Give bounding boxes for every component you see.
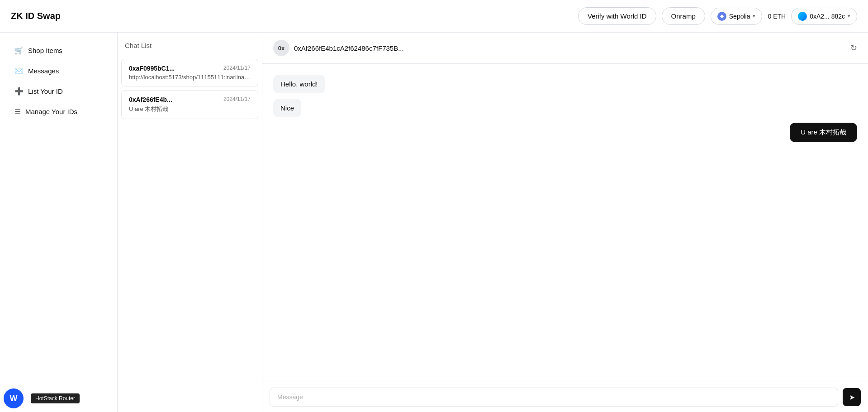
- header-actions: Verify with World ID Onramp ◆ Sepolia ▾ …: [578, 7, 857, 25]
- chat-item-0-date: 2024/11/17: [223, 65, 251, 72]
- sidebar-item-list-your-id[interactable]: ➕ List Your ID: [4, 81, 114, 101]
- chat-item-0-preview: http://localhost:5173/shop/11155111:inar…: [129, 74, 251, 81]
- network-name: Sepolia: [729, 13, 750, 20]
- chat-item-0-header: 0xaF0995bC1... 2024/11/17: [129, 65, 251, 72]
- chat-header-identity: 0x 0xAf266fE4b1cA2f62486c7fF735B...: [273, 40, 404, 56]
- refresh-icon[interactable]: ↻: [850, 43, 857, 53]
- sidebar: 🛒 Shop Items ✉️ Messages ➕ List Your ID …: [0, 33, 118, 412]
- sidebar-label-shop: Shop Items: [28, 47, 62, 54]
- chat-main: 0x 0xAf266fE4b1cA2f62486c7fF735B... ↻ He…: [262, 33, 868, 412]
- onramp-button[interactable]: Onramp: [662, 7, 705, 25]
- worldcoin-button[interactable]: W: [4, 388, 24, 408]
- app-logo: ZK ID Swap: [11, 11, 61, 21]
- manage-icon: ☰: [14, 107, 21, 116]
- sidebar-label-manage: Manage Your IDs: [25, 108, 77, 115]
- send-button[interactable]: ➤: [843, 388, 861, 406]
- chat-item-1-header: 0xAf266fE4b... 2024/11/17: [129, 96, 251, 103]
- worldcoin-label: W: [10, 394, 18, 403]
- status-bar: W HotStack Router: [0, 385, 80, 412]
- main-layout: 🛒 Shop Items ✉️ Messages ➕ List Your ID …: [0, 33, 868, 412]
- router-tooltip-text: HotStack Router: [35, 395, 75, 402]
- sidebar-item-shop-items[interactable]: 🛒 Shop Items: [4, 41, 114, 60]
- send-icon: ➤: [849, 393, 855, 402]
- chevron-down-icon: ▾: [753, 13, 755, 19]
- chat-list-panel: Chat List 0xaF0995bC1... 2024/11/17 http…: [118, 33, 262, 412]
- chat-header: 0x 0xAf266fE4b1cA2f62486c7fF735B... ↻: [262, 33, 868, 64]
- wallet-chevron-icon: ▾: [848, 13, 850, 19]
- chat-input-area: ➤: [262, 382, 868, 412]
- app-header: ZK ID Swap Verify with World ID Onramp ◆…: [0, 0, 868, 33]
- shop-icon: 🛒: [14, 46, 24, 55]
- ethereum-icon: ◆: [717, 12, 726, 21]
- wallet-address: 0xA2... 882c: [810, 13, 845, 20]
- chat-0x-badge: 0x: [273, 40, 289, 56]
- eth-balance: 0 ETH: [768, 13, 786, 20]
- sidebar-item-manage-your-ids[interactable]: ☰ Manage Your IDs: [4, 102, 114, 121]
- verify-world-id-button[interactable]: Verify with World ID: [578, 7, 656, 25]
- chat-messages: Hello, world! Nice U are 木村拓哉: [262, 64, 868, 382]
- wallet-button[interactable]: 0xA2... 882c ▾: [791, 8, 857, 25]
- network-selector[interactable]: ◆ Sepolia ▾: [711, 8, 763, 25]
- chat-item-1-date: 2024/11/17: [223, 96, 251, 103]
- router-tooltip: HotStack Router: [31, 393, 80, 403]
- chat-item-1[interactable]: 0xAf266fE4b... 2024/11/17 U are 木村拓哉: [121, 90, 258, 119]
- sidebar-label-list: List Your ID: [28, 87, 63, 95]
- chat-item-0-address: 0xaF0995bC1...: [129, 65, 175, 72]
- message-0: Hello, world!: [273, 75, 325, 93]
- message-input[interactable]: [270, 388, 838, 407]
- list-icon: ➕: [14, 87, 24, 96]
- sidebar-item-messages[interactable]: ✉️ Messages: [4, 61, 114, 81]
- chat-address: 0xAf266fE4b1cA2f62486c7fF735B...: [294, 44, 404, 52]
- chat-item-0[interactable]: 0xaF0995bC1... 2024/11/17 http://localho…: [121, 59, 258, 86]
- sidebar-label-messages: Messages: [28, 67, 59, 75]
- chat-item-1-preview: U are 木村拓哉: [129, 105, 251, 113]
- messages-icon: ✉️: [14, 67, 24, 75]
- message-1: Nice: [273, 99, 301, 117]
- message-2: U are 木村拓哉: [790, 123, 857, 142]
- wallet-avatar: [798, 12, 807, 21]
- chat-list-header: Chat List: [118, 33, 262, 55]
- chat-list-body: 0xaF0995bC1... 2024/11/17 http://localho…: [118, 55, 262, 412]
- chat-item-1-address: 0xAf266fE4b...: [129, 96, 172, 103]
